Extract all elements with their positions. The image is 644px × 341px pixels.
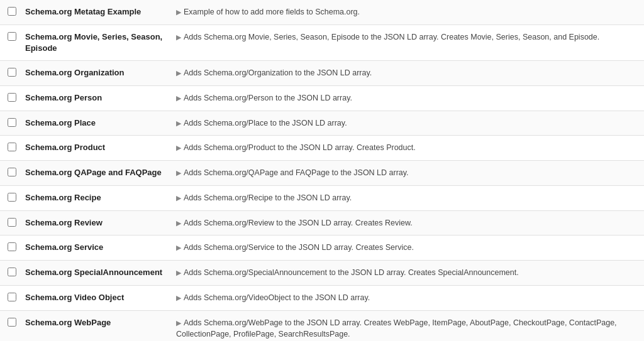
plugin-name: Schema.org Recipe [25, 192, 176, 203]
plugin-description: ▶Adds Schema.org/Recipe to the JSON LD a… [176, 192, 636, 204]
row-checkbox-cell[interactable] [8, 317, 25, 327]
arrow-icon: ▶ [176, 33, 181, 41]
row-checkbox-cell[interactable] [8, 167, 25, 176]
row-checkbox-cell[interactable] [8, 117, 25, 127]
arrow-icon: ▶ [176, 244, 181, 251]
plugin-description: ▶Adds Schema.org/Review to the JSON LD a… [176, 217, 636, 229]
row-checkbox-cell[interactable] [8, 242, 25, 251]
row-checkbox-cell[interactable] [8, 31, 25, 41]
table-row: Schema.org Product ▶Adds Schema.org/Prod… [0, 136, 644, 161]
arrow-icon: ▶ [176, 94, 181, 102]
plugin-description: ▶Adds Schema.org/VideoObject to the JSON… [176, 292, 636, 304]
plugin-name: Schema.org Video Object [25, 292, 176, 303]
plugin-description: ▶Adds Schema.org/Product to the JSON LD … [176, 142, 636, 154]
table-row: Schema.org SpecialAnnouncement ▶Adds Sch… [0, 261, 644, 286]
row-checkbox[interactable] [8, 143, 16, 151]
arrow-icon: ▶ [176, 194, 181, 202]
row-checkbox[interactable] [8, 118, 16, 127]
plugin-name: Schema.org SpecialAnnouncement [25, 267, 176, 278]
row-checkbox[interactable] [8, 93, 16, 102]
row-checkbox-cell[interactable] [8, 6, 25, 16]
plugin-description: ▶Adds Schema.org/Service to the JSON LD … [176, 242, 636, 254]
arrow-icon: ▶ [176, 269, 181, 276]
row-checkbox[interactable] [8, 268, 16, 276]
row-checkbox-cell[interactable] [8, 67, 25, 77]
plugin-description: ▶Adds Schema.org Movie, Series, Season, … [176, 31, 636, 43]
row-checkbox[interactable] [8, 68, 16, 77]
plugin-name: Schema.org Organization [25, 67, 176, 78]
table-row: Schema.org QAPage and FAQPage ▶Adds Sche… [0, 161, 644, 186]
plugin-name: Schema.org Movie, Series, Season, Episod… [25, 31, 176, 54]
table-row: Schema.org Metatag Example ▶Example of h… [0, 0, 644, 25]
arrow-icon: ▶ [176, 69, 181, 77]
plugin-name: Schema.org WebPage [25, 317, 176, 328]
table-row: Schema.org Movie, Series, Season, Episod… [0, 25, 644, 61]
arrow-icon: ▶ [176, 8, 181, 16]
plugin-description: ▶Adds Schema.org/SpecialAnnouncement to … [176, 267, 636, 279]
row-checkbox[interactable] [8, 218, 16, 227]
arrow-icon: ▶ [176, 119, 181, 127]
plugin-description: ▶Adds Schema.org/Person to the JSON LD a… [176, 92, 636, 104]
plugin-name: Schema.org Service [25, 242, 176, 253]
row-checkbox[interactable] [8, 318, 16, 327]
row-checkbox-cell[interactable] [8, 192, 25, 202]
row-checkbox[interactable] [8, 193, 16, 202]
row-checkbox-cell[interactable] [8, 267, 25, 276]
table-row: Schema.org WebPage ▶Adds Schema.org/WebP… [0, 311, 644, 341]
table-row: Schema.org Person ▶Adds Schema.org/Perso… [0, 86, 644, 111]
plugin-name: Schema.org Product [25, 142, 176, 153]
plugin-name: Schema.org Place [25, 117, 176, 129]
row-checkbox-cell[interactable] [8, 142, 25, 151]
table-row: Schema.org Place ▶Adds Schema.org/Place … [0, 111, 644, 136]
table-row: Schema.org Service ▶Adds Schema.org/Serv… [0, 235, 644, 261]
plugin-name: Schema.org Review [25, 217, 176, 229]
arrow-icon: ▶ [176, 219, 181, 227]
row-checkbox[interactable] [8, 32, 16, 41]
row-checkbox-cell[interactable] [8, 292, 25, 301]
arrow-icon: ▶ [176, 294, 181, 301]
plugin-table: Schema.org Metatag Example ▶Example of h… [0, 0, 644, 341]
table-row: Schema.org Review ▶Adds Schema.org/Revie… [0, 211, 644, 236]
plugin-description: ▶Adds Schema.org/Organization to the JSO… [176, 67, 636, 79]
arrow-icon: ▶ [176, 319, 181, 327]
plugin-description: ▶Adds Schema.org/WebPage to the JSON LD … [176, 317, 636, 341]
plugin-name: Schema.org Person [25, 92, 176, 104]
plugin-description: ▶Example of how to add more fields to Sc… [176, 6, 636, 18]
row-checkbox[interactable] [8, 7, 16, 16]
plugin-description: ▶Adds Schema.org/Place to the JSON LD ar… [176, 117, 636, 129]
table-row: Schema.org Recipe ▶Adds Schema.org/Recip… [0, 186, 644, 211]
table-row: Schema.org Organization ▶Adds Schema.org… [0, 61, 644, 86]
row-checkbox[interactable] [8, 168, 16, 176]
row-checkbox-cell[interactable] [8, 92, 25, 102]
plugin-description: ▶Adds Schema.org/QAPage and FAQPage to t… [176, 167, 636, 179]
table-row: Schema.org Video Object ▶Adds Schema.org… [0, 286, 644, 311]
arrow-icon: ▶ [176, 169, 181, 176]
plugin-name: Schema.org Metatag Example [25, 6, 176, 18]
row-checkbox[interactable] [8, 293, 16, 301]
plugin-name: Schema.org QAPage and FAQPage [25, 167, 176, 178]
row-checkbox-cell[interactable] [8, 217, 25, 227]
row-checkbox[interactable] [8, 242, 16, 251]
arrow-icon: ▶ [176, 144, 181, 151]
